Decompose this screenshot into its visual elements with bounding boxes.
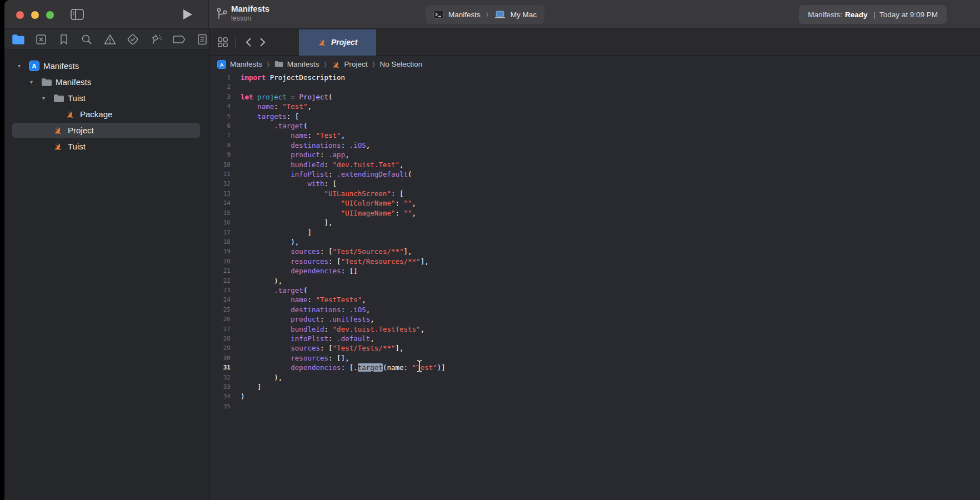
line-number: 3 xyxy=(209,92,231,102)
breadcrumb-item-no-selection[interactable]: No Selection xyxy=(380,60,423,68)
maximize-window-button[interactable] xyxy=(46,11,54,19)
swift-icon xyxy=(332,60,341,69)
code-line: 35 xyxy=(209,402,980,411)
line-number: 2 xyxy=(209,82,231,92)
swift-icon xyxy=(53,142,63,151)
line-number: 29 xyxy=(209,343,231,353)
tests-navigator-icon[interactable] xyxy=(126,33,139,46)
folder-icon xyxy=(274,61,283,68)
line-number: 14 xyxy=(209,198,231,208)
disclosure-chevron-icon[interactable]: ▾ xyxy=(42,95,45,101)
xcode-project-icon: A xyxy=(217,60,226,69)
sidebar-item-label: Manifests xyxy=(56,77,91,87)
code-line: 26 product: .unitTests, xyxy=(209,314,980,324)
code-line: 11 infoPlist: .extendingDefault( xyxy=(209,169,980,179)
sidebar-item-manifests[interactable]: ▾AManifests xyxy=(4,58,209,74)
breadcrumb-item-project[interactable]: Project xyxy=(332,60,368,69)
line-number: 27 xyxy=(209,324,231,334)
code-line: 22 ), xyxy=(209,276,980,286)
toolbar-left-section xyxy=(4,0,209,28)
code-line: 13 "UILaunchScreen": [ xyxy=(209,189,980,198)
code-line: 6 .target( xyxy=(209,121,980,131)
sidebar-item-tuist[interactable]: ▾Tuist xyxy=(4,90,209,106)
breadcrumb-label: Project xyxy=(344,60,368,68)
svg-text:A: A xyxy=(32,63,36,69)
breakpoints-navigator-icon[interactable] xyxy=(173,33,186,46)
toolbar-right-section: Manifests lesson Manifests 〉 xyxy=(209,0,980,28)
status-separator: | xyxy=(873,11,876,19)
sidebar-toggle-icon[interactable] xyxy=(70,8,84,21)
minimize-window-button[interactable] xyxy=(31,11,39,19)
code-line: 28 infoPlist: .default, xyxy=(209,334,980,343)
sidebar-item-manifests[interactable]: ▾Manifests xyxy=(4,74,209,90)
sidebar-item-label: Tuist xyxy=(68,142,86,151)
chevron-right-icon[interactable] xyxy=(256,35,270,49)
sidebar-item-project[interactable]: Project xyxy=(4,122,209,138)
activity-status[interactable]: Manifests: Ready | Today at 9:09 PM xyxy=(799,5,947,24)
tab-overview-icon[interactable] xyxy=(217,37,228,48)
line-number: 5 xyxy=(209,112,231,121)
line-number: 7 xyxy=(209,131,231,140)
sidebar-item-tuist[interactable]: Tuist xyxy=(4,138,209,154)
line-number: 28 xyxy=(209,334,231,343)
source-editor[interactable]: 1import ProjectDescription23let project … xyxy=(209,72,980,500)
line-number: 20 xyxy=(209,257,231,266)
project-navigator-tree: ▾AManifests▾Manifests▾TuistPackageProjec… xyxy=(4,51,209,500)
line-number: 24 xyxy=(209,295,231,304)
debug-navigator-icon[interactable] xyxy=(149,33,163,46)
tab-project[interactable]: Project xyxy=(299,29,376,56)
bookmarks-navigator-icon[interactable] xyxy=(58,33,71,46)
reports-navigator-icon[interactable] xyxy=(196,33,209,46)
tab-label: Project xyxy=(331,38,357,47)
tab-bar: Project xyxy=(209,29,980,56)
line-number: 21 xyxy=(209,266,231,276)
line-number: 25 xyxy=(209,305,231,314)
sidebar-item-package[interactable]: Package xyxy=(4,106,209,122)
code-content: 1import ProjectDescription23let project … xyxy=(209,72,980,411)
line-number: 12 xyxy=(209,179,231,188)
code-line: 17 ] xyxy=(209,228,980,237)
play-icon[interactable] xyxy=(181,8,193,21)
code-line: 31 dependencies: [.target(name: "Test")] xyxy=(209,363,980,372)
code-line: 21 dependencies: [] xyxy=(209,266,980,276)
changes-navigator-icon[interactable] xyxy=(34,33,47,46)
code-line: 27 bundleId: "dev.tuist.TestTests", xyxy=(209,324,980,334)
breadcrumb-item-manifests[interactable]: Manifests xyxy=(274,60,319,68)
code-line: 9 product: .app, xyxy=(209,150,980,159)
disclosure-chevron-icon[interactable]: ▾ xyxy=(18,63,21,69)
code-line: 8 destinations: .iOS, xyxy=(209,141,980,150)
sidebar-item-label: Manifests xyxy=(43,61,79,71)
scheme-selector[interactable]: Manifests 〉 My Mac xyxy=(426,5,544,24)
swift-icon xyxy=(318,38,327,47)
disclosure-chevron-icon[interactable]: ▾ xyxy=(30,79,33,85)
close-window-button[interactable] xyxy=(16,11,24,19)
line-number: 26 xyxy=(209,314,231,324)
navigator-icon-strip xyxy=(4,29,209,50)
breadcrumb: AManifests〉Manifests〉Project〉No Selectio… xyxy=(209,56,980,72)
line-number: 32 xyxy=(209,373,231,382)
code-line: 33 ] xyxy=(209,382,980,392)
scheme-terminal-icon xyxy=(433,10,444,19)
line-number: 1 xyxy=(209,73,231,82)
xcode-window: Manifests lesson Manifests 〉 xyxy=(4,0,980,500)
line-number: 16 xyxy=(209,218,231,227)
line-number: 9 xyxy=(209,150,231,159)
code-line: 30 resources: [], xyxy=(209,353,980,363)
code-line: 19 sources: ["Test/Sources/**"], xyxy=(209,247,980,256)
scheme-name[interactable]: Manifests xyxy=(448,11,481,19)
run-destination-name[interactable]: My Mac xyxy=(511,11,537,19)
chevron-left-icon[interactable] xyxy=(241,35,256,49)
code-line: 2 xyxy=(209,82,980,92)
chevron-separator: 〉 xyxy=(323,61,328,68)
code-line: 12 with: [ xyxy=(209,179,980,188)
project-navigator-icon[interactable] xyxy=(12,33,24,46)
sidebar-item-label: Package xyxy=(80,109,112,119)
swift-icon xyxy=(66,109,75,119)
line-number: 10 xyxy=(209,160,231,169)
line-number: 13 xyxy=(209,189,231,198)
breadcrumb-item-manifests[interactable]: AManifests xyxy=(217,60,262,69)
code-line: 25 destinations: .iOS, xyxy=(209,305,980,314)
find-navigator-icon[interactable] xyxy=(81,33,93,46)
line-number: 4 xyxy=(209,102,231,111)
issues-navigator-icon[interactable] xyxy=(103,33,116,46)
